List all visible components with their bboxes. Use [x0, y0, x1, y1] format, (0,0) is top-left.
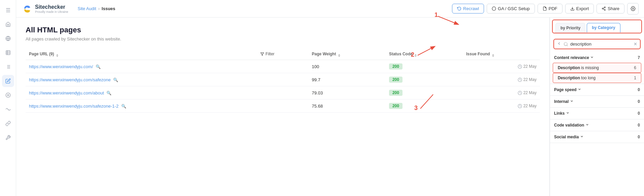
app-tagline: Proudly made in Ukraine: [35, 10, 68, 14]
row-search-icon[interactable]: 🔍: [121, 104, 126, 109]
section-name-4: Code validation: [554, 123, 589, 128]
sidebar-tabs: by Priority by Category: [552, 20, 642, 33]
row-search-icon[interactable]: 🔍: [113, 78, 118, 82]
wave-icon[interactable]: [2, 103, 14, 115]
logo: Sitechecker Proudly made in Ukraine: [22, 3, 68, 14]
svg-point-17: [604, 7, 605, 8]
col-header-weight[interactable]: Page Weight: [309, 49, 386, 60]
pdf-button[interactable]: PDF: [538, 4, 562, 13]
col-header-issue[interactable]: Issue Found: [463, 49, 540, 60]
sidebar-sections: Content relevance 7 Description is missi…: [550, 51, 644, 145]
svg-point-12: [6, 93, 10, 97]
cell-status: 200: [386, 60, 463, 73]
tab-by-priority[interactable]: by Priority: [555, 23, 585, 33]
section-count-5: 0: [638, 135, 640, 139]
ga-icon: [492, 6, 496, 11]
sort-status-icon[interactable]: [415, 54, 417, 57]
svg-point-19: [604, 9, 605, 10]
sort-weight-icon[interactable]: [338, 54, 340, 57]
sort-issue-icon[interactable]: [492, 54, 494, 57]
svg-point-18: [602, 8, 603, 9]
section-count-4: 0: [638, 123, 640, 128]
logo-icon: [22, 3, 32, 14]
col-header-status[interactable]: Status Code: [386, 49, 463, 60]
cell-url: https://www.wenxinwendyju.com/safezone 🔍: [26, 73, 257, 86]
sort-url-icon[interactable]: [56, 54, 58, 57]
list-icon[interactable]: [2, 61, 14, 73]
search-input[interactable]: [570, 41, 632, 47]
svg-line-20: [603, 9, 605, 9]
clear-search-button[interactable]: ✕: [634, 41, 637, 47]
page-subtitle: All pages crawled by Sitechecker on this…: [26, 36, 540, 41]
analytics-icon[interactable]: [2, 89, 14, 101]
filter-button[interactable]: Filter: [260, 52, 275, 56]
cell-url: https://www.wenxinwendyju.com/ 🔍: [26, 60, 257, 73]
breadcrumb-current: Issues: [102, 6, 115, 11]
section-name-3: Links: [554, 111, 570, 116]
search-back-button[interactable]: [557, 41, 561, 47]
edit-icon[interactable]: [2, 75, 14, 87]
cell-status: 200: [386, 86, 463, 100]
recrawl-icon: [457, 6, 461, 11]
section-header-3[interactable]: Links 0: [550, 108, 644, 118]
settings-icon: [631, 6, 636, 11]
table-header-row: Page URL (9) Filter: [26, 49, 540, 60]
section-header-1[interactable]: Page speed 0: [550, 85, 644, 95]
sidebar-section-0: Content relevance 7 Description is missi…: [550, 53, 644, 84]
section-header-4[interactable]: Code validation 0: [550, 120, 644, 130]
ga-gsc-button[interactable]: GA / GSC Setup: [487, 4, 535, 13]
cell-empty: [257, 73, 309, 86]
status-badge: 200: [389, 103, 402, 109]
table-icon[interactable]: [2, 47, 14, 59]
breadcrumb: Site Audit › Issues: [78, 6, 116, 11]
sidebar-section-2: Internal 0: [550, 96, 644, 108]
link-icon[interactable]: [2, 117, 14, 130]
row-search-icon[interactable]: 🔍: [106, 91, 111, 95]
breadcrumb-parent[interactable]: Site Audit: [78, 6, 96, 11]
tools-icon[interactable]: [2, 132, 14, 144]
section-header-2[interactable]: Internal 0: [550, 96, 644, 107]
svg-line-21: [603, 8, 605, 8]
page-url-link[interactable]: https://www.wenxinwendyju.com/safezone-1…: [29, 104, 119, 109]
clock-icon: [518, 91, 522, 95]
page-title: All HTML pages: [26, 26, 540, 34]
status-badge: 200: [389, 90, 402, 96]
section-divider-2: [550, 107, 644, 108]
home-icon[interactable]: [2, 18, 14, 30]
section-divider-4: [550, 131, 644, 131]
sidebar-section-5: Social media 0: [550, 132, 644, 143]
issue-item-0-0[interactable]: Description is missing 6: [553, 63, 641, 73]
cell-weight: 79.03: [309, 86, 386, 100]
globe-icon[interactable]: [2, 32, 14, 45]
issue-item-0-1[interactable]: Description too long 1: [553, 73, 641, 83]
topbar-actions: Recrawl GA / GSC Setup PDF Export Share: [452, 3, 639, 15]
status-badge: 200: [389, 77, 402, 83]
row-search-icon[interactable]: 🔍: [96, 64, 101, 69]
pdf-icon: [543, 6, 547, 11]
settings-button[interactable]: [627, 3, 639, 15]
pages-table: Page URL (9) Filter: [26, 49, 540, 113]
table-row: https://www.wenxinwendyju.com/safezone-1…: [26, 100, 540, 113]
clock-icon: [518, 78, 522, 82]
sidebar-section-1: Page speed 0: [550, 85, 644, 96]
export-button[interactable]: Export: [565, 4, 594, 13]
page-url-link[interactable]: https://www.wenxinwendyju.com/safezone: [29, 77, 111, 82]
table-row: https://www.wenxinwendyju.com/ 🔍 100 200…: [26, 60, 540, 73]
cell-issue-date: 22 May: [463, 86, 540, 100]
col-header-url[interactable]: Page URL (9): [26, 49, 257, 60]
col-header-filter: Filter: [257, 49, 309, 60]
svg-point-13: [7, 94, 9, 96]
section-header-5[interactable]: Social media 0: [550, 132, 644, 142]
page-url-link[interactable]: https://www.wenxinwendyju.com/: [29, 64, 93, 69]
clock-icon: [518, 64, 522, 69]
menu-icon[interactable]: ☰: [2, 4, 14, 16]
tab-by-category[interactable]: by Category: [587, 23, 620, 33]
table-row: https://www.wenxinwendyju.com/about 🔍 79…: [26, 86, 540, 100]
search-icon: [564, 42, 568, 47]
recrawl-button[interactable]: Recrawl: [452, 4, 484, 13]
clock-icon: [518, 104, 522, 108]
page-url-link[interactable]: https://www.wenxinwendyju.com/about: [29, 90, 104, 95]
share-button[interactable]: Share: [597, 4, 624, 13]
cell-status: 200: [386, 73, 463, 86]
section-header-0[interactable]: Content relevance 7: [550, 53, 644, 63]
